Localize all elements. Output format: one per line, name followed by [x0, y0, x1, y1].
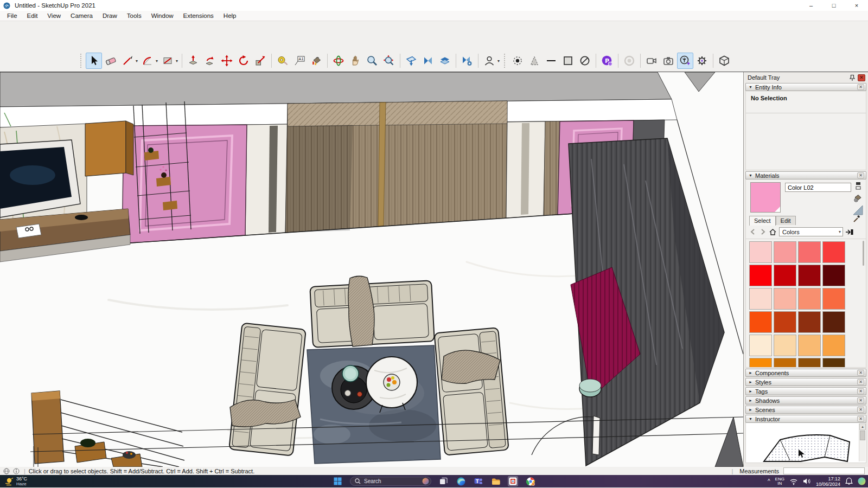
- instructor-tip-icon[interactable]: [677, 53, 693, 69]
- color-swatch[interactable]: [774, 288, 796, 310]
- color-swatch[interactable]: [822, 288, 845, 310]
- section-plane-tool-icon[interactable]: [403, 53, 419, 69]
- select-tool-icon[interactable]: [86, 53, 102, 69]
- expand-arrow-icon[interactable]: ►: [749, 408, 755, 412]
- color-swatch[interactable]: [749, 288, 772, 310]
- tags-header[interactable]: ► Tags ✕: [745, 387, 866, 395]
- back-edges-style-icon[interactable]: [526, 53, 542, 69]
- settings-gear-icon[interactable]: [694, 53, 710, 69]
- scroll-up-icon[interactable]: ▲: [859, 423, 866, 430]
- notification-bell-icon[interactable]: [845, 477, 853, 485]
- pink-wall-panel-left[interactable]: [122, 125, 247, 243]
- close-button[interactable]: ×: [845, 0, 868, 11]
- pin-icon[interactable]: [848, 74, 856, 81]
- tags-close-icon[interactable]: ✕: [857, 388, 864, 394]
- sofa-right[interactable]: [434, 328, 508, 455]
- components-header[interactable]: ► Components ✕: [745, 369, 866, 377]
- color-swatch[interactable]: [774, 335, 796, 356]
- color-swatch[interactable]: [798, 335, 821, 356]
- expand-arrow-icon[interactable]: ►: [749, 389, 755, 393]
- record-icon[interactable]: [621, 53, 637, 69]
- info-icon[interactable]: [13, 468, 20, 474]
- arc-tool-icon[interactable]: [139, 53, 156, 69]
- section-display-tool-icon[interactable]: [420, 53, 436, 69]
- color-swatch[interactable]: [798, 288, 821, 310]
- collapse-arrow-icon[interactable]: ▼: [749, 85, 755, 89]
- scenes-close-icon[interactable]: ✕: [857, 407, 864, 413]
- move-tool-icon[interactable]: [219, 53, 235, 69]
- wifi-icon[interactable]: [789, 478, 798, 485]
- monochrome-style-icon[interactable]: [577, 53, 593, 69]
- model-box-icon[interactable]: [716, 53, 732, 69]
- menu-view[interactable]: View: [42, 11, 66, 20]
- menu-edit[interactable]: Edit: [22, 11, 43, 20]
- eraser-tool-icon[interactable]: [103, 53, 119, 69]
- measurements-input[interactable]: [783, 467, 865, 474]
- sketchup-taskbar-button[interactable]: [508, 476, 518, 486]
- orbit-tool-icon[interactable]: [330, 53, 347, 69]
- expand-arrow-icon[interactable]: ►: [749, 380, 755, 384]
- instructor-close-icon[interactable]: ✕: [857, 416, 864, 422]
- styles-close-icon[interactable]: ✕: [857, 379, 864, 385]
- tape-measure-tool-icon[interactable]: [275, 53, 291, 69]
- minimize-button[interactable]: –: [800, 0, 822, 11]
- arc-tool-dropdown[interactable]: ▾: [156, 59, 158, 63]
- expand-arrow-icon[interactable]: ►: [749, 399, 755, 402]
- details-arrow-icon[interactable]: [845, 228, 853, 236]
- color-swatch[interactable]: [822, 311, 845, 333]
- sofa-left[interactable]: [229, 323, 306, 456]
- menu-window[interactable]: Window: [146, 11, 178, 20]
- file-explorer-button[interactable]: [490, 476, 501, 486]
- color-swatch[interactable]: [749, 241, 772, 263]
- zoom-extents-tool-icon[interactable]: [381, 53, 397, 69]
- maximize-button[interactable]: □: [822, 0, 845, 11]
- rug[interactable]: [307, 345, 441, 464]
- materials-tab-select[interactable]: Select: [749, 216, 776, 226]
- home-icon[interactable]: [769, 228, 777, 236]
- zoom-tool-icon[interactable]: [364, 53, 380, 69]
- scenes-header[interactable]: ► Scenes ✕: [745, 406, 866, 414]
- menu-help[interactable]: Help: [219, 11, 241, 20]
- tray-overflow-chevron[interactable]: ^: [768, 478, 770, 484]
- material-name-input[interactable]: [785, 183, 851, 192]
- copilot-icon[interactable]: [858, 477, 866, 485]
- menu-camera[interactable]: Camera: [66, 11, 98, 20]
- color-swatch[interactable]: [774, 358, 796, 368]
- eyedropper-icon[interactable]: [853, 214, 861, 223]
- menu-draw[interactable]: Draw: [98, 11, 122, 20]
- color-swatch[interactable]: [774, 311, 796, 333]
- instructor-scrollbar[interactable]: ▲: [859, 423, 865, 461]
- entity-info-close-icon[interactable]: ✕: [857, 84, 864, 90]
- color-swatch[interactable]: [749, 335, 772, 356]
- color-swatch[interactable]: [798, 311, 821, 333]
- section-fill-tool-icon[interactable]: [437, 53, 453, 69]
- camera-icon[interactable]: [660, 53, 676, 69]
- text-tool-icon[interactable]: A1: [291, 53, 308, 69]
- collapse-arrow-icon[interactable]: ▼: [749, 174, 755, 177]
- follow-me-tool-icon[interactable]: [202, 53, 218, 69]
- collection-dropdown[interactable]: Colors ▾: [779, 227, 843, 236]
- color-swatch[interactable]: [774, 265, 796, 286]
- instructor-header[interactable]: ▼ Instructor ✕: [745, 415, 866, 423]
- materials-tab-edit[interactable]: Edit: [776, 216, 796, 225]
- expand-arrow-icon[interactable]: ►: [749, 371, 755, 375]
- rotate-tool-icon[interactable]: [235, 53, 252, 69]
- menu-extensions[interactable]: Extensions: [178, 11, 219, 20]
- forward-arrow-icon[interactable]: [759, 228, 767, 235]
- look-around-dropdown[interactable]: ▾: [497, 59, 500, 63]
- teams-button[interactable]: T: [473, 476, 483, 486]
- materials-header[interactable]: ▼ Materials ✕: [745, 171, 866, 179]
- color-swatch[interactable]: [749, 265, 772, 286]
- line-tool-dropdown[interactable]: ▾: [136, 59, 138, 63]
- push-pull-tool-icon[interactable]: [185, 53, 201, 69]
- create-material-icon[interactable]: [853, 193, 863, 202]
- swatch-scrollbar[interactable]: [863, 241, 864, 266]
- line-tool-icon[interactable]: [119, 53, 136, 69]
- active-material-preview[interactable]: [750, 182, 781, 213]
- scale-tool-icon[interactable]: [252, 53, 269, 69]
- color-swatch[interactable]: [774, 241, 796, 263]
- look-around-tool-icon[interactable]: [481, 53, 497, 69]
- secondary-pane-icon[interactable]: [854, 182, 863, 190]
- edge-browser-button[interactable]: [456, 476, 466, 486]
- rectangle-tool-icon[interactable]: [159, 53, 176, 69]
